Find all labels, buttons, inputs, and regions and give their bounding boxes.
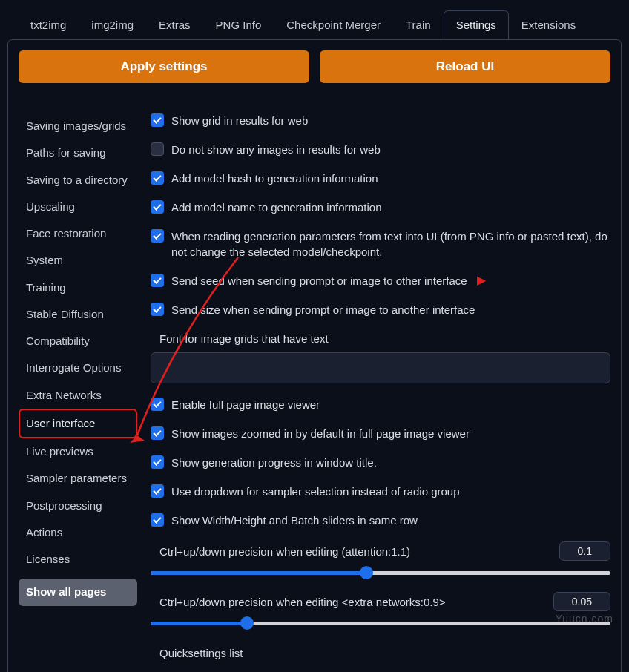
check-label: Show Width/Height and Batch sliders in s… [171, 513, 418, 528]
sidebar-item-stable-diffusion[interactable]: Stable Diffusion [19, 301, 137, 328]
checkbox-icon[interactable] [151, 229, 164, 243]
sidebar-item-user-interface[interactable]: User interface [19, 409, 137, 438]
check-gen-progress[interactable]: Show generation progress in window title… [151, 455, 610, 470]
tab-extensions[interactable]: Extensions [509, 10, 588, 39]
check-show-grid[interactable]: Show grid in results for web [151, 113, 610, 128]
sidebar-item-face[interactable]: Face restoration [19, 220, 137, 247]
slider-fill [151, 622, 247, 625]
checkbox-icon[interactable] [151, 426, 164, 440]
precision-extra-label: Ctrl+up/down precision when editing <ext… [159, 596, 446, 608]
check-label: Show images zoomed in by default in full… [171, 426, 470, 441]
font-grids-label: Font for image grids that have text [151, 332, 610, 345]
check-send-seed[interactable]: Send seed when sending prompt or image t… [151, 273, 610, 289]
settings-panel: Apply settings Reload UI Saving images/g… [7, 39, 622, 672]
slider-fill [151, 571, 366, 575]
tab-settings[interactable]: Settings [444, 10, 509, 39]
settings-button-row: Apply settings Reload UI [19, 50, 610, 83]
reload-ui-button[interactable]: Reload UI [320, 50, 610, 83]
sidebar-item-licenses[interactable]: Licenses [19, 546, 137, 573]
sidebar-item-training[interactable]: Training [19, 274, 137, 301]
checkbox-icon[interactable] [151, 200, 164, 214]
precision-extra-slider[interactable] [151, 617, 610, 629]
check-label: Add model name to generation information [171, 200, 382, 215]
sidebar-item-extra-networks[interactable]: Extra Networks [19, 382, 137, 409]
checkbox-icon[interactable] [151, 113, 164, 127]
settings-main: Show grid in results for web Do not show… [151, 113, 610, 653]
checkbox-icon[interactable] [151, 484, 164, 498]
sidebar-item-saving-images[interactable]: Saving images/grids [19, 113, 137, 139]
precision-extra-group: Ctrl+up/down precision when editing <ext… [151, 592, 610, 629]
sidebar-item-upscaling[interactable]: Upscaling [19, 194, 137, 220]
check-wh-sliders[interactable]: Show Width/Height and Batch sliders in s… [151, 513, 610, 528]
precision-attention-group: Ctrl+up/down precision when editing (att… [151, 541, 610, 579]
font-grids-input[interactable] [151, 352, 610, 383]
slider-thumb[interactable] [240, 616, 254, 630]
tab-extras[interactable]: Extras [146, 10, 203, 39]
tab-checkpoint-merger[interactable]: Checkpoint Merger [274, 10, 393, 39]
check-send-size[interactable]: Send size when sending prompt or image t… [151, 302, 610, 317]
checkbox-icon[interactable] [151, 142, 164, 156]
sidebar-item-paths[interactable]: Paths for saving [19, 139, 137, 166]
play-icon: ▶ [477, 273, 486, 287]
settings-content: Saving images/grids Paths for saving Sav… [19, 113, 610, 653]
check-zoom-default[interactable]: Show images zoomed in by default in full… [151, 426, 610, 441]
check-label: Enable full page image viewer [171, 397, 320, 412]
sidebar-item-interrogate[interactable]: Interrogate Options [19, 355, 137, 381]
check-label: Send seed when sending prompt or image t… [171, 273, 467, 289]
check-enable-viewer[interactable]: Enable full page image viewer [151, 397, 610, 412]
settings-sidebar: Saving images/grids Paths for saving Sav… [19, 113, 137, 653]
apply-settings-button[interactable]: Apply settings [19, 50, 309, 83]
sidebar-item-saving-dir[interactable]: Saving to a directory [19, 167, 137, 194]
main-tabs: txt2img img2img Extras PNG Info Checkpoi… [0, 0, 629, 39]
checkbox-icon[interactable] [151, 303, 164, 316]
check-label: Show grid in results for web [171, 113, 308, 128]
tab-txt2img[interactable]: txt2img [18, 10, 79, 39]
sidebar-item-actions[interactable]: Actions [19, 519, 137, 546]
checkbox-icon[interactable] [151, 398, 164, 411]
tab-train[interactable]: Train [393, 10, 444, 39]
tab-pnginfo[interactable]: PNG Info [203, 10, 274, 39]
sidebar-item-show-all[interactable]: Show all pages [19, 579, 137, 605]
sidebar-item-postprocessing[interactable]: Postprocessing [19, 493, 137, 519]
tab-img2img[interactable]: img2img [79, 10, 146, 39]
check-label: Do not show any images in results for we… [171, 142, 381, 157]
check-no-images[interactable]: Do not show any images in results for we… [151, 142, 610, 157]
sidebar-item-sampler[interactable]: Sampler parameters [19, 465, 137, 492]
check-read-params[interactable]: When reading generation parameters from … [151, 228, 610, 260]
precision-attention-label: Ctrl+up/down precision when editing (att… [159, 545, 410, 558]
check-label: When reading generation parameters from … [171, 228, 610, 260]
checkbox-icon[interactable] [151, 513, 164, 527]
check-add-name[interactable]: Add model name to generation information [151, 200, 610, 215]
precision-extra-value[interactable]: 0.05 [553, 592, 610, 611]
checkbox-icon[interactable] [151, 455, 164, 469]
sidebar-item-compatibility[interactable]: Compatibility [19, 328, 137, 355]
precision-attention-slider[interactable] [151, 567, 610, 579]
precision-attention-value[interactable]: 0.1 [559, 541, 610, 561]
checkbox-icon[interactable] [151, 171, 164, 185]
check-dropdown-sampler[interactable]: Use dropdown for sampler selection inste… [151, 484, 610, 499]
check-add-hash[interactable]: Add model hash to generation information [151, 171, 610, 186]
check-label: Add model hash to generation information [171, 171, 378, 186]
checkbox-icon[interactable] [151, 274, 164, 287]
slider-thumb[interactable] [360, 566, 373, 579]
sidebar-item-live-previews[interactable]: Live previews [19, 438, 137, 465]
watermark: Yuucn.com [556, 613, 613, 625]
sidebar-item-system[interactable]: System [19, 247, 137, 274]
check-label: Show generation progress in window title… [171, 455, 377, 470]
check-label: Use dropdown for sampler selection inste… [171, 484, 460, 499]
quicksettings-label: Quicksettings list [151, 647, 610, 659]
check-label: Send size when sending prompt or image t… [171, 302, 475, 317]
